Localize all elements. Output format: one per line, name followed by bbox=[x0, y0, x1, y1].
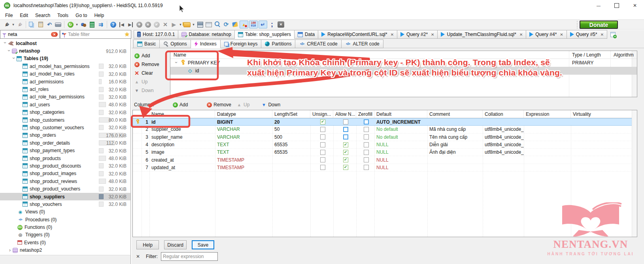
columns-button[interactable]: Down bbox=[261, 101, 280, 109]
column-collation[interactable]: utf8mb4_unicode_ci bbox=[483, 149, 524, 156]
help-icon[interactable] bbox=[109, 21, 117, 28]
unsigned-checkbox[interactable] bbox=[320, 134, 325, 140]
remove-icon[interactable] bbox=[144, 21, 152, 28]
column-default[interactable]: AUTO_INCREMENT bbox=[374, 119, 427, 125]
favorites-star-icon[interactable] bbox=[125, 31, 130, 38]
column-comment[interactable] bbox=[427, 119, 483, 125]
column-comment[interactable]: Ảnh đại diện bbox=[427, 149, 483, 156]
column-datatype[interactable]: VARCHAR bbox=[215, 134, 272, 141]
column-comment[interactable]: Mã nhà cung cấp bbox=[427, 126, 483, 133]
tree-item[interactable]: Events (0) bbox=[0, 239, 130, 246]
header-comment[interactable]: Comment bbox=[427, 110, 483, 118]
tree-item[interactable]: netashop 912.0 KiB bbox=[0, 47, 130, 55]
zerofill-checkbox[interactable] bbox=[364, 157, 369, 162]
allow-null-checkbox[interactable] bbox=[343, 127, 348, 132]
save-icon[interactable] bbox=[196, 21, 204, 28]
data-flow-icon[interactable] bbox=[97, 21, 105, 28]
zerofill-checkbox[interactable] bbox=[364, 150, 369, 155]
columns-button[interactable]: Remove bbox=[206, 101, 231, 109]
tab[interactable]: ReplaceWpContentURL.sql* bbox=[318, 30, 397, 39]
tab-close-icon[interactable] bbox=[431, 32, 434, 37]
tree-item[interactable]: Functions (0) bbox=[0, 223, 130, 231]
unsigned-checkbox[interactable] bbox=[320, 119, 325, 124]
menu-item[interactable]: Tools bbox=[54, 12, 72, 19]
tab-close-icon[interactable] bbox=[560, 32, 563, 37]
help-button[interactable]: Help bbox=[136, 240, 159, 249]
user-manager-icon[interactable] bbox=[79, 21, 87, 28]
column-expression[interactable] bbox=[524, 156, 571, 163]
menu-item[interactable]: Search bbox=[32, 12, 54, 19]
column-name[interactable]: supplier_code bbox=[149, 126, 215, 133]
table-filter-input[interactable] bbox=[68, 32, 130, 37]
tree-item[interactable]: shop_product_discounts 32.0 KiB bbox=[0, 162, 130, 170]
tab[interactable]: Database: netashop bbox=[178, 30, 234, 39]
column-collation[interactable]: utf8mb4_unicode_ci bbox=[483, 141, 524, 148]
tree-item[interactable]: shop_payment_types 32.0 KiB bbox=[0, 147, 130, 154]
zerofill-checkbox[interactable] bbox=[364, 142, 369, 147]
column-comment[interactable] bbox=[427, 164, 483, 171]
subtab[interactable]: Options bbox=[160, 40, 191, 48]
column-default[interactable]: NULL bbox=[374, 149, 427, 156]
tree-item[interactable]: shop_customers 80.0 KiB bbox=[0, 116, 130, 124]
columns-grid-scrollbar[interactable] bbox=[632, 110, 637, 237]
chevron-icon[interactable] bbox=[6, 49, 12, 53]
chevron-icon[interactable] bbox=[2, 41, 8, 45]
header-length[interactable]: Length/Set bbox=[272, 110, 310, 118]
column-datatype[interactable]: BIGINT bbox=[215, 119, 272, 125]
column-collation[interactable]: utf8mb4_unicode_ci bbox=[483, 126, 524, 133]
column-row[interactable]: 7 updated_at TIMESTAMP NULL bbox=[133, 164, 637, 172]
column-expression[interactable] bbox=[524, 134, 571, 141]
column-length[interactable]: 500 bbox=[272, 134, 310, 141]
menu-item[interactable]: Go to bbox=[72, 12, 91, 19]
index-button[interactable]: Clear bbox=[133, 69, 169, 77]
header-virtuality[interactable]: Virtuality bbox=[571, 110, 637, 118]
tree-item[interactable]: shop_categories 32.0 KiB bbox=[0, 109, 130, 116]
tab[interactable]: Query #4* bbox=[526, 30, 567, 39]
header-allownull[interactable]: Allow N... bbox=[333, 110, 356, 118]
subtab[interactable]: Foreign keys bbox=[221, 40, 262, 48]
filter-input[interactable] bbox=[161, 252, 218, 261]
allow-null-checkbox[interactable] bbox=[343, 150, 348, 155]
column-length[interactable]: 65535 bbox=[272, 149, 310, 156]
column-collation[interactable] bbox=[483, 156, 524, 163]
tree-item[interactable]: Tables (19) bbox=[0, 55, 130, 62]
header-zerofill[interactable]: Zerofill bbox=[356, 110, 374, 118]
column-row[interactable]: 3 supplier_name VARCHAR 500 No default T… bbox=[133, 134, 637, 141]
column-virtuality[interactable] bbox=[571, 134, 637, 141]
tree-item[interactable]: shop_suppliers 32.0 KiB bbox=[0, 193, 130, 200]
clear-filter-icon[interactable] bbox=[51, 32, 58, 37]
tab[interactable]: Update_ThemClassImgFluid.sql* bbox=[438, 30, 526, 39]
search-icon[interactable] bbox=[213, 21, 221, 28]
zerofill-checkbox[interactable] bbox=[364, 119, 369, 124]
save-button[interactable]: Save bbox=[192, 240, 214, 249]
zerofill-checkbox[interactable] bbox=[364, 127, 369, 132]
separator[interactable] bbox=[107, 21, 107, 28]
separator[interactable] bbox=[64, 21, 64, 28]
tree-item[interactable]: netashop2 bbox=[0, 247, 130, 254]
allow-null-checkbox[interactable] bbox=[343, 165, 348, 170]
refresh-caret[interactable] bbox=[75, 21, 79, 28]
execute-caret[interactable] bbox=[179, 21, 182, 28]
column-row[interactable]: 2 supplier_code VARCHAR 50 No default Mã… bbox=[133, 126, 637, 133]
chevron-icon[interactable] bbox=[7, 247, 13, 253]
previous-icon[interactable] bbox=[118, 21, 126, 28]
header-name[interactable]: Name bbox=[149, 110, 215, 118]
column-default[interactable]: No default bbox=[374, 134, 427, 141]
tab-close-icon[interactable] bbox=[391, 32, 394, 37]
database-filter[interactable] bbox=[0, 30, 60, 39]
print-icon[interactable] bbox=[54, 21, 62, 28]
open-file-icon[interactable] bbox=[183, 21, 191, 28]
chevron-icon[interactable] bbox=[11, 57, 17, 61]
maximize-button-icon[interactable] bbox=[608, 0, 626, 11]
tree-item[interactable]: localhost bbox=[0, 40, 130, 47]
column-virtuality[interactable] bbox=[571, 156, 637, 163]
tree-item[interactable]: shop_product_vouchers 32.0 KiB bbox=[0, 185, 130, 192]
tree-item[interactable]: shop_customer_vouchers 32.0 KiB bbox=[0, 124, 130, 131]
column-comment[interactable]: Tên nhà cung cấp bbox=[427, 134, 483, 141]
column-length[interactable]: 50 bbox=[272, 126, 310, 133]
tree-item[interactable]: shop_order_details 112.0 KiB bbox=[0, 139, 130, 147]
error-toggle-icon[interactable] bbox=[240, 21, 248, 28]
column-expression[interactable] bbox=[524, 149, 571, 156]
allow-null-checkbox[interactable] bbox=[343, 119, 348, 124]
column-name[interactable]: description bbox=[149, 141, 215, 148]
